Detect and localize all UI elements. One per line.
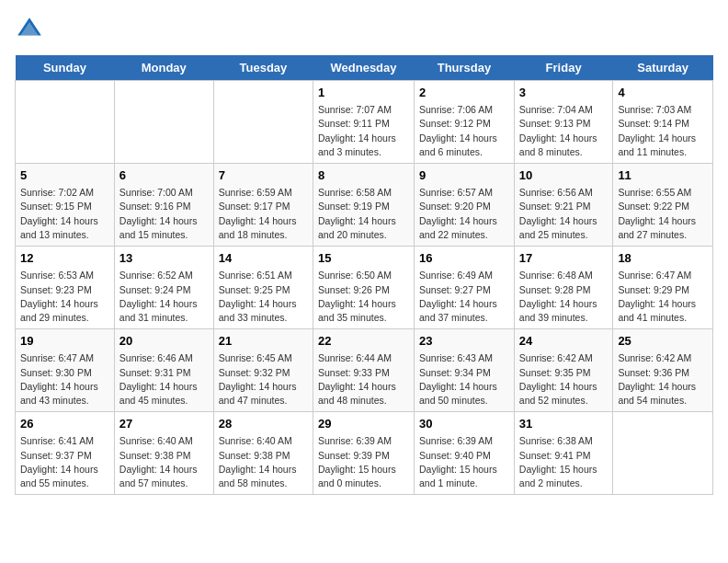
calendar-cell: 14Sunrise: 6:51 AM Sunset: 9:25 PM Dayli… <box>213 247 313 329</box>
cell-content: Sunrise: 6:40 AM Sunset: 9:38 PM Dayligh… <box>119 434 209 490</box>
date-number: 19 <box>20 333 109 350</box>
cell-content: Sunrise: 7:00 AM Sunset: 9:16 PM Dayligh… <box>119 186 209 242</box>
date-number: 9 <box>419 167 509 184</box>
date-number: 21 <box>219 333 308 350</box>
date-number: 24 <box>519 333 609 350</box>
date-number: 7 <box>219 167 308 184</box>
calendar-cell: 28Sunrise: 6:40 AM Sunset: 9:38 PM Dayli… <box>213 412 313 495</box>
cell-content: Sunrise: 6:43 AM Sunset: 9:34 PM Dayligh… <box>419 351 509 408</box>
calendar-cell: 16Sunrise: 6:49 AM Sunset: 9:27 PM Dayli… <box>415 247 515 329</box>
cell-content: Sunrise: 6:50 AM Sunset: 9:26 PM Dayligh… <box>318 269 409 325</box>
cell-content: Sunrise: 6:44 AM Sunset: 9:33 PM Dayligh… <box>318 351 409 408</box>
calendar-cell: 7Sunrise: 6:59 AM Sunset: 9:17 PM Daylig… <box>213 164 313 247</box>
calendar-cell: 11Sunrise: 6:55 AM Sunset: 9:22 PM Dayli… <box>613 164 713 247</box>
calendar-cell: 21Sunrise: 6:45 AM Sunset: 9:32 PM Dayli… <box>213 329 313 412</box>
cell-content: Sunrise: 6:48 AM Sunset: 9:28 PM Dayligh… <box>519 269 609 325</box>
calendar-table: SundayMondayTuesdayWednesdayThursdayFrid… <box>15 55 713 495</box>
calendar-cell: 1Sunrise: 7:07 AM Sunset: 9:11 PM Daylig… <box>313 81 415 164</box>
date-number: 6 <box>119 167 209 184</box>
cell-content: Sunrise: 6:47 AM Sunset: 9:29 PM Dayligh… <box>618 269 708 325</box>
day-header-thursday: Thursday <box>415 55 515 81</box>
cell-content: Sunrise: 6:41 AM Sunset: 9:37 PM Dayligh… <box>20 434 109 490</box>
page-header <box>15 15 713 44</box>
date-number: 20 <box>119 333 209 350</box>
week-row-5: 26Sunrise: 6:41 AM Sunset: 9:37 PM Dayli… <box>16 412 713 495</box>
calendar-cell: 25Sunrise: 6:42 AM Sunset: 9:36 PM Dayli… <box>613 329 713 412</box>
calendar-cell: 27Sunrise: 6:40 AM Sunset: 9:38 PM Dayli… <box>114 412 213 495</box>
date-number: 2 <box>419 85 509 101</box>
calendar-cell: 23Sunrise: 6:43 AM Sunset: 9:34 PM Dayli… <box>415 329 515 412</box>
calendar-cell: 31Sunrise: 6:38 AM Sunset: 9:41 PM Dayli… <box>514 412 613 495</box>
calendar-cell: 3Sunrise: 7:04 AM Sunset: 9:13 PM Daylig… <box>514 81 613 164</box>
cell-content: Sunrise: 6:55 AM Sunset: 9:22 PM Dayligh… <box>618 186 708 242</box>
date-number: 1 <box>318 85 409 101</box>
date-number: 12 <box>20 250 109 267</box>
calendar-cell: 12Sunrise: 6:53 AM Sunset: 9:23 PM Dayli… <box>16 247 115 329</box>
date-number: 30 <box>419 416 509 432</box>
date-number: 31 <box>519 416 609 432</box>
cell-content: Sunrise: 6:40 AM Sunset: 9:38 PM Dayligh… <box>219 434 308 490</box>
calendar-cell: 5Sunrise: 7:02 AM Sunset: 9:15 PM Daylig… <box>16 164 115 247</box>
cell-content: Sunrise: 7:04 AM Sunset: 9:13 PM Dayligh… <box>519 103 609 159</box>
date-number: 4 <box>618 85 708 101</box>
cell-content: Sunrise: 6:45 AM Sunset: 9:32 PM Dayligh… <box>219 351 308 408</box>
cell-content: Sunrise: 7:03 AM Sunset: 9:14 PM Dayligh… <box>618 103 708 159</box>
week-row-2: 5Sunrise: 7:02 AM Sunset: 9:15 PM Daylig… <box>16 164 713 247</box>
cell-content: Sunrise: 6:39 AM Sunset: 9:39 PM Dayligh… <box>318 434 409 490</box>
calendar-cell: 24Sunrise: 6:42 AM Sunset: 9:35 PM Dayli… <box>514 329 613 412</box>
day-header-sunday: Sunday <box>16 55 115 81</box>
date-number: 15 <box>318 250 409 267</box>
date-number: 28 <box>219 416 308 432</box>
day-header-tuesday: Tuesday <box>213 55 313 81</box>
date-number: 16 <box>419 250 509 267</box>
cell-content: Sunrise: 6:56 AM Sunset: 9:21 PM Dayligh… <box>519 186 609 242</box>
calendar-cell <box>213 81 313 164</box>
date-number: 14 <box>219 250 308 267</box>
cell-content: Sunrise: 6:57 AM Sunset: 9:20 PM Dayligh… <box>419 186 509 242</box>
cell-content: Sunrise: 6:47 AM Sunset: 9:30 PM Dayligh… <box>20 351 109 408</box>
cell-content: Sunrise: 7:02 AM Sunset: 9:15 PM Dayligh… <box>20 186 109 242</box>
date-number: 23 <box>419 333 509 350</box>
date-number: 3 <box>519 85 609 101</box>
week-row-4: 19Sunrise: 6:47 AM Sunset: 9:30 PM Dayli… <box>16 329 713 412</box>
calendar-cell: 9Sunrise: 6:57 AM Sunset: 9:20 PM Daylig… <box>415 164 515 247</box>
date-number: 17 <box>519 250 609 267</box>
cell-content: Sunrise: 6:58 AM Sunset: 9:19 PM Dayligh… <box>318 186 409 242</box>
calendar-cell: 8Sunrise: 6:58 AM Sunset: 9:19 PM Daylig… <box>313 164 415 247</box>
date-number: 10 <box>519 167 609 184</box>
calendar-cell: 2Sunrise: 7:06 AM Sunset: 9:12 PM Daylig… <box>415 81 515 164</box>
calendar-cell: 15Sunrise: 6:50 AM Sunset: 9:26 PM Dayli… <box>313 247 415 329</box>
cell-content: Sunrise: 6:42 AM Sunset: 9:35 PM Dayligh… <box>519 351 609 408</box>
date-number: 29 <box>318 416 409 432</box>
day-header-saturday: Saturday <box>613 55 713 81</box>
week-row-1: 1Sunrise: 7:07 AM Sunset: 9:11 PM Daylig… <box>16 81 713 164</box>
date-number: 13 <box>119 250 209 267</box>
calendar-cell <box>114 81 213 164</box>
cell-content: Sunrise: 6:39 AM Sunset: 9:40 PM Dayligh… <box>419 434 509 490</box>
day-header-wednesday: Wednesday <box>313 55 415 81</box>
calendar-cell: 22Sunrise: 6:44 AM Sunset: 9:33 PM Dayli… <box>313 329 415 412</box>
calendar-cell: 10Sunrise: 6:56 AM Sunset: 9:21 PM Dayli… <box>514 164 613 247</box>
calendar-cell: 6Sunrise: 7:00 AM Sunset: 9:16 PM Daylig… <box>114 164 213 247</box>
calendar-cell <box>613 412 713 495</box>
calendar-cell: 17Sunrise: 6:48 AM Sunset: 9:28 PM Dayli… <box>514 247 613 329</box>
cell-content: Sunrise: 6:38 AM Sunset: 9:41 PM Dayligh… <box>519 434 609 490</box>
date-number: 26 <box>20 416 109 432</box>
calendar-cell: 4Sunrise: 7:03 AM Sunset: 9:14 PM Daylig… <box>613 81 713 164</box>
date-number: 18 <box>618 250 708 267</box>
logo-icon <box>15 15 44 44</box>
cell-content: Sunrise: 7:07 AM Sunset: 9:11 PM Dayligh… <box>318 103 409 159</box>
date-number: 25 <box>618 333 708 350</box>
calendar-cell: 20Sunrise: 6:46 AM Sunset: 9:31 PM Dayli… <box>114 329 213 412</box>
cell-content: Sunrise: 7:06 AM Sunset: 9:12 PM Dayligh… <box>419 103 509 159</box>
calendar-cell: 26Sunrise: 6:41 AM Sunset: 9:37 PM Dayli… <box>16 412 115 495</box>
calendar-cell: 29Sunrise: 6:39 AM Sunset: 9:39 PM Dayli… <box>313 412 415 495</box>
cell-content: Sunrise: 6:59 AM Sunset: 9:17 PM Dayligh… <box>219 186 308 242</box>
cell-content: Sunrise: 6:49 AM Sunset: 9:27 PM Dayligh… <box>419 269 509 325</box>
calendar-cell: 30Sunrise: 6:39 AM Sunset: 9:40 PM Dayli… <box>415 412 515 495</box>
calendar-cell: 13Sunrise: 6:52 AM Sunset: 9:24 PM Dayli… <box>114 247 213 329</box>
date-number: 22 <box>318 333 409 350</box>
date-number: 11 <box>618 167 708 184</box>
calendar-cell <box>16 81 115 164</box>
date-number: 5 <box>20 167 109 184</box>
